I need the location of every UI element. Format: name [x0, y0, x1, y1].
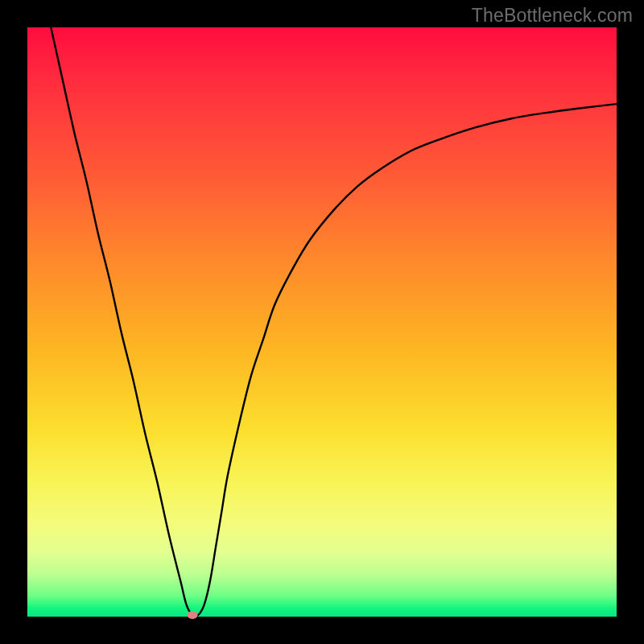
optimum-marker [187, 611, 197, 619]
chart-frame: TheBottleneck.com [0, 0, 644, 644]
plot-area [27, 27, 617, 617]
watermark-text: TheBottleneck.com [472, 5, 633, 27]
bottleneck-curve [27, 27, 617, 617]
